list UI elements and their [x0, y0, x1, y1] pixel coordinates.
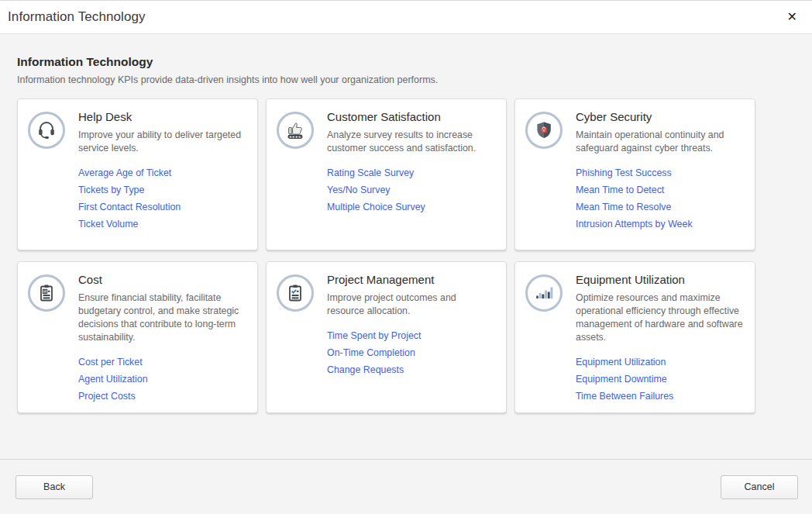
card-description: Improve your ability to deliver targeted… — [78, 129, 246, 155]
svg-text:$: $ — [44, 289, 46, 294]
kpi-link[interactable]: Cost per Ticket — [78, 357, 246, 367]
card-description: Optimize resources and maximize operatio… — [576, 291, 744, 344]
close-icon[interactable]: ✕ — [783, 9, 801, 26]
headset-icon — [28, 112, 65, 149]
kpi-links: Average Age of Ticket Tickets by Type Fi… — [78, 168, 246, 229]
dialog-footer: Back Cancel — [0, 459, 812, 514]
kpi-link[interactable]: Time Spent by Project — [327, 331, 495, 341]
card-content: Equipment Utilization Optimize resources… — [576, 273, 744, 409]
kpi-link[interactable]: Mean Time to Resolve — [576, 202, 744, 212]
kpi-link[interactable]: Agent Utilization — [78, 374, 246, 385]
card-description: Improve project outcomes and resource al… — [327, 291, 495, 318]
card-title: Equipment Utilization — [576, 272, 744, 288]
back-button[interactable]: Back — [15, 475, 93, 499]
card-content: Cyber Security Maintain operational cont… — [576, 110, 744, 236]
kpi-links: Rating Scale Survey Yes/No Survey Multip… — [327, 168, 495, 212]
kpi-links: Time Spent by Project On-Time Completion… — [327, 331, 495, 375]
card-description: Maintain operational continuity and safe… — [576, 129, 744, 155]
cancel-button[interactable]: Cancel — [721, 475, 798, 499]
card-description: Ensure financial stability, facilitate b… — [78, 291, 246, 344]
card-title: Customer Satisfaction — [327, 109, 495, 125]
card-title: Help Desk — [78, 109, 246, 125]
kpi-link[interactable]: Phishing Test Success — [576, 168, 744, 178]
kpi-link[interactable]: Intrusion Attempts by Week — [576, 219, 744, 229]
card-content: Cost Ensure financial stability, facilit… — [78, 273, 246, 409]
information-technology-dialog: Information Technology ✕ Information Tec… — [0, 0, 812, 514]
card-equipment-utilization: Equipment Utilization Optimize resources… — [514, 261, 755, 413]
kpi-links: Cost per Ticket Agent Utilization Projec… — [78, 357, 246, 402]
card-help-desk: Help Desk Improve your ability to delive… — [17, 98, 258, 250]
kpi-links: Phishing Test Success Mean Time to Detec… — [576, 168, 744, 229]
section-heading: Information Technology — [17, 34, 795, 69]
task-clipboard-icon — [277, 274, 314, 312]
card-cost: $ Cost Ensure financial stability, facil… — [17, 261, 258, 413]
kpi-link[interactable]: Yes/No Survey — [327, 185, 495, 195]
dialog-titlebar: Information Technology ✕ — [0, 1, 812, 34]
card-content: Customer Satisfaction Analyze survey res… — [327, 110, 495, 219]
invoice-clipboard-icon: $ — [28, 274, 65, 312]
card-cyber-security: Cyber Security Maintain operational cont… — [514, 98, 755, 250]
kpi-link[interactable]: Ticket Volume — [78, 219, 246, 229]
card-title: Cyber Security — [576, 109, 744, 125]
kpi-link[interactable]: Average Age of Ticket — [78, 168, 246, 178]
kpi-link[interactable]: First Contact Resolution — [78, 202, 246, 212]
card-description: Analyze survey results to increase custo… — [327, 129, 495, 155]
kpi-link[interactable]: Rating Scale Survey — [327, 168, 495, 178]
card-project-management: Project Management Improve project outco… — [266, 261, 507, 413]
kpi-link[interactable]: Mean Time to Detect — [576, 185, 744, 195]
kpi-links: Equipment Utilization Equipment Downtime… — [576, 357, 744, 402]
bar-chart-icon — [525, 274, 563, 312]
kpi-card-grid: Help Desk Improve your ability to delive… — [17, 98, 795, 413]
kpi-link[interactable]: Tickets by Type — [78, 185, 246, 195]
thumbs-up-rating-icon: ★★★★ ★ — [277, 112, 314, 149]
shield-lock-icon — [525, 112, 563, 149]
section-subtitle: Information technology KPIs provide data… — [17, 74, 795, 85]
kpi-link[interactable]: Multiple Choice Survey — [327, 202, 495, 212]
svg-text:★: ★ — [299, 135, 302, 139]
kpi-link[interactable]: Equipment Downtime — [576, 374, 744, 385]
kpi-link[interactable]: Project Costs — [78, 392, 246, 402]
card-customer-satisfaction: ★★★★ ★ Customer Satisfaction Analyze sur… — [266, 98, 507, 250]
card-content: Help Desk Improve your ability to delive… — [78, 110, 246, 236]
card-content: Project Management Improve project outco… — [327, 273, 495, 382]
kpi-link[interactable]: On-Time Completion — [327, 348, 495, 358]
kpi-link[interactable]: Equipment Utilization — [576, 357, 744, 367]
dialog-title: Information Technology — [8, 9, 146, 25]
card-title: Project Management — [327, 272, 495, 288]
kpi-link[interactable]: Change Requests — [327, 365, 495, 375]
dialog-body: Information Technology Information techn… — [0, 34, 812, 459]
kpi-link[interactable]: Time Between Failures — [576, 392, 744, 402]
card-title: Cost — [78, 272, 246, 288]
